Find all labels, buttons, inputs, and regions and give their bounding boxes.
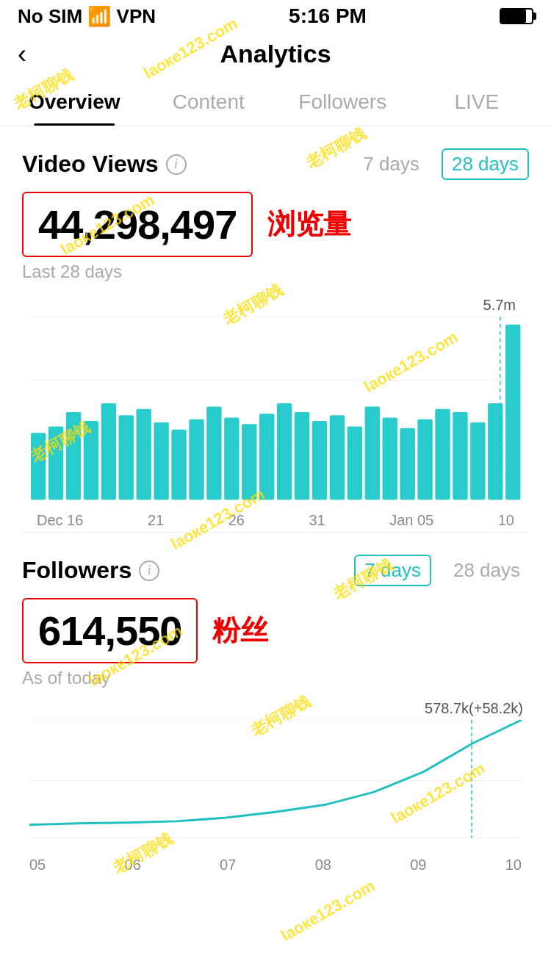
tab-followers[interactable]: Followers [276, 76, 410, 126]
svg-rect-12 [171, 430, 186, 500]
video-views-chinese-label: 浏览量 [267, 206, 351, 243]
bar-chart-svg [29, 317, 522, 508]
bar-chart-x-labels: Dec 16 21 26 31 Jan 05 10 [29, 508, 522, 529]
battery-icon [500, 8, 533, 24]
tab-content[interactable]: Content [142, 76, 276, 126]
nav-header: ‹ Analytics [0, 32, 551, 76]
followers-title-row: Followers i [22, 557, 159, 584]
svg-rect-31 [505, 325, 520, 500]
followers-section: Followers i 7 days 28 days 614,550 粉丝 As… [0, 533, 551, 873]
svg-rect-8 [101, 403, 116, 500]
video-views-info-icon[interactable]: i [166, 154, 187, 175]
tab-overview[interactable]: Overview [7, 76, 142, 126]
video-views-value-row: 44,298,497 浏览量 [22, 192, 529, 257]
followers-day-selector: 7 days 28 days [354, 555, 529, 586]
status-bar: No SIM 📶 VPN 5:16 PM [0, 0, 551, 32]
svg-rect-27 [435, 409, 450, 500]
svg-rect-10 [137, 409, 151, 500]
followers-value-row: 614,550 粉丝 [22, 598, 529, 663]
svg-rect-7 [84, 421, 98, 500]
svg-rect-23 [365, 406, 380, 500]
line-chart-area [22, 720, 529, 852]
video-views-28day-btn[interactable]: 28 days [442, 148, 529, 180]
svg-rect-29 [470, 422, 485, 500]
status-signal: No SIM 📶 VPN [18, 5, 156, 28]
tab-live[interactable]: LIVE [410, 76, 544, 126]
svg-rect-19 [295, 412, 309, 500]
svg-rect-14 [206, 406, 221, 500]
video-views-sublabel: Last 28 days [22, 262, 529, 282]
svg-rect-18 [277, 403, 292, 500]
followers-sublabel: As of today [22, 668, 529, 688]
metric-title-row: Video Views i [22, 151, 187, 178]
status-battery-area [500, 8, 533, 24]
video-views-day-selector: 7 days 28 days [354, 148, 529, 180]
followers-7day-btn[interactable]: 7 days [354, 555, 431, 586]
video-views-number: 44,298,497 [38, 201, 237, 248]
svg-rect-24 [383, 418, 397, 500]
svg-rect-28 [453, 412, 467, 500]
svg-rect-16 [242, 424, 256, 500]
followers-title: Followers [22, 557, 132, 584]
video-views-header: Video Views i 7 days 28 days [22, 148, 529, 180]
line-chart-peak-label: 578.7k(+58.2k) [22, 700, 529, 717]
video-views-title: Video Views [22, 151, 159, 178]
svg-rect-13 [189, 419, 204, 500]
svg-rect-25 [400, 428, 414, 500]
line-chart-x-labels: 05 06 07 08 09 10 [22, 852, 529, 873]
followers-chart: 578.7k(+58.2k) 05 06 07 08 09 10 [22, 700, 529, 873]
svg-rect-21 [330, 415, 345, 500]
tab-bar: Overview Content Followers LIVE [0, 76, 551, 126]
svg-rect-20 [312, 421, 327, 500]
bar-chart-area [29, 317, 522, 508]
followers-number: 614,550 [38, 608, 181, 654]
line-chart-svg [29, 720, 522, 841]
video-views-7day-btn[interactable]: 7 days [354, 150, 428, 179]
followers-info-icon[interactable]: i [139, 561, 159, 581]
page-title: Analytics [220, 40, 331, 68]
video-views-value-box: 44,298,497 [22, 192, 253, 257]
followers-value-box: 614,550 [22, 598, 198, 663]
followers-header: Followers i 7 days 28 days [22, 555, 529, 586]
followers-chinese-label: 粉丝 [212, 612, 268, 649]
svg-rect-5 [48, 427, 63, 500]
svg-rect-9 [119, 415, 134, 500]
followers-28day-btn[interactable]: 28 days [444, 556, 529, 585]
svg-rect-6 [66, 412, 81, 500]
video-views-chart: 5.7m Dec 16 21 26 31 Jan 05 10 [22, 297, 529, 517]
svg-rect-17 [259, 414, 274, 500]
svg-rect-4 [31, 433, 46, 500]
svg-rect-26 [417, 419, 432, 500]
svg-rect-11 [154, 422, 168, 500]
back-button[interactable]: ‹ [18, 41, 26, 68]
svg-rect-15 [224, 418, 239, 500]
video-views-section: Video Views i 7 days 28 days 44,298,497 … [0, 126, 551, 517]
svg-rect-22 [347, 427, 362, 500]
status-time: 5:16 PM [289, 4, 367, 28]
bar-chart-peak-label: 5.7m [29, 297, 522, 314]
